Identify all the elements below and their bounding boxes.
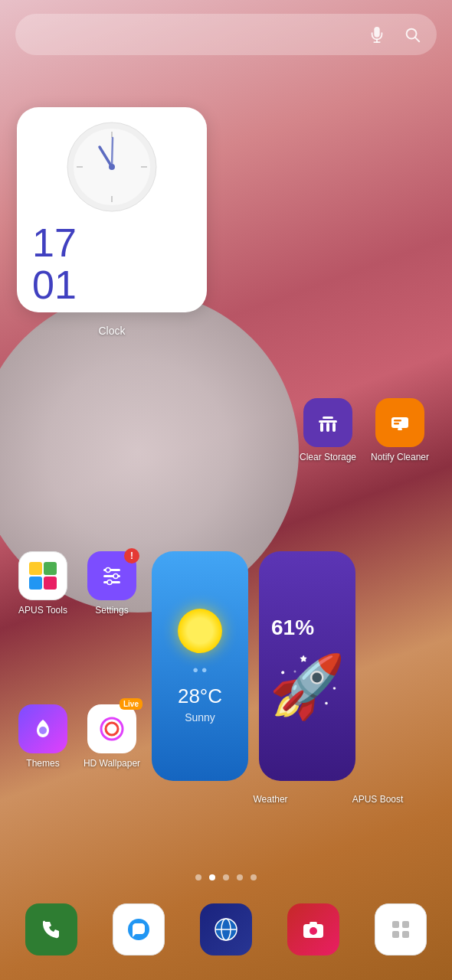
dock-phone[interactable] xyxy=(25,903,77,956)
svg-rect-24 xyxy=(29,577,42,590)
app-themes[interactable]: Themes xyxy=(14,704,72,769)
dock-browser[interactable] xyxy=(200,903,252,956)
notify-cleaner-label: Notify Cleaner xyxy=(371,452,429,462)
app-clear-storage[interactable]: Clear Storage xyxy=(299,398,357,462)
notify-cleaner-icon xyxy=(375,398,424,447)
svg-rect-42 xyxy=(310,922,317,925)
svg-line-3 xyxy=(415,38,419,41)
themes-icon xyxy=(18,704,67,753)
dock xyxy=(8,894,444,965)
apus-tools-icon xyxy=(18,551,67,600)
digital-time: 17 01 xyxy=(32,222,77,305)
apps-row-3: Themes Live HD Wallpaper xyxy=(0,704,452,769)
svg-rect-43 xyxy=(392,921,399,928)
svg-rect-22 xyxy=(29,562,42,575)
app-apus-tools[interactable]: APUS Tools xyxy=(14,551,72,616)
search-icon[interactable] xyxy=(400,22,424,47)
app-settings[interactable]: ! Settings xyxy=(83,551,141,616)
svg-point-30 xyxy=(113,574,118,579)
apus-boost-label: APUS Boost xyxy=(349,794,407,805)
themes-label: Themes xyxy=(26,758,59,769)
svg-point-31 xyxy=(107,580,112,585)
settings-icon: ! xyxy=(87,551,136,600)
mic-icon[interactable] xyxy=(365,22,389,47)
svg-point-41 xyxy=(310,927,317,935)
svg-line-11 xyxy=(112,138,113,167)
svg-rect-14 xyxy=(323,416,333,419)
weather-widget-label: Weather xyxy=(241,794,300,805)
clock-widget[interactable]: 17 01 Clock xyxy=(17,107,207,312)
hd-wallpaper-label: HD Wallpaper xyxy=(84,758,140,769)
svg-rect-25 xyxy=(44,577,57,590)
weather-sun-icon xyxy=(178,609,222,653)
dock-camera[interactable] xyxy=(287,903,339,956)
svg-rect-17 xyxy=(332,423,336,432)
svg-rect-15 xyxy=(320,423,323,432)
svg-rect-23 xyxy=(44,562,57,575)
app-hd-wallpaper[interactable]: Live HD Wallpaper xyxy=(83,704,141,769)
svg-rect-19 xyxy=(394,420,401,422)
boost-percent: 61% xyxy=(259,609,314,640)
dot-5[interactable] xyxy=(251,874,257,880)
dock-all-apps[interactable] xyxy=(375,903,427,956)
dock-messages[interactable] xyxy=(113,903,165,956)
svg-rect-13 xyxy=(319,420,337,423)
analog-clock xyxy=(66,121,158,213)
clear-storage-label: Clear Storage xyxy=(300,452,356,462)
app-notify-cleaner[interactable]: Notify Cleaner xyxy=(371,398,429,462)
hd-wallpaper-live-badge: Live xyxy=(120,698,142,710)
dot-1[interactable] xyxy=(195,874,201,880)
dot-2[interactable] xyxy=(209,874,215,880)
search-bar[interactable] xyxy=(15,14,437,55)
svg-point-34 xyxy=(106,723,118,735)
hd-wallpaper-icon: Live xyxy=(87,704,136,753)
settings-label: Settings xyxy=(95,605,128,616)
apus-tools-label: APUS Tools xyxy=(18,605,67,616)
clear-storage-icon xyxy=(303,398,352,447)
svg-point-12 xyxy=(109,164,115,170)
page-indicators xyxy=(0,874,452,880)
svg-rect-45 xyxy=(392,931,399,938)
settings-badge: ! xyxy=(124,548,139,564)
svg-rect-18 xyxy=(391,417,408,428)
apps-row-1: Clear Storage Notify Cleaner xyxy=(0,398,452,462)
svg-rect-16 xyxy=(326,423,329,432)
svg-rect-20 xyxy=(394,423,399,425)
svg-rect-44 xyxy=(402,921,409,928)
svg-point-33 xyxy=(101,718,123,740)
dot-4[interactable] xyxy=(237,874,243,880)
svg-point-29 xyxy=(106,568,110,573)
svg-rect-21 xyxy=(398,428,402,430)
dot-3[interactable] xyxy=(223,874,229,880)
clock-label: Clock xyxy=(98,325,125,337)
weather-dots: ● ● xyxy=(192,664,207,675)
svg-point-32 xyxy=(39,727,47,734)
svg-rect-46 xyxy=(402,931,409,938)
